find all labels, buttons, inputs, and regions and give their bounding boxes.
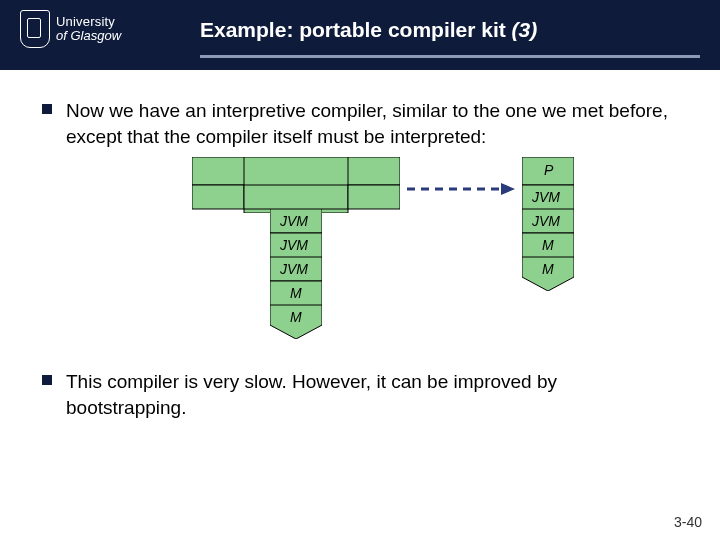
bullet-square-icon: [42, 375, 52, 385]
interp1-top-label: JVM: [280, 213, 308, 229]
result-interp-base-label: M: [542, 237, 554, 253]
logo-line1: University: [56, 15, 121, 29]
svg-rect-4: [348, 185, 400, 209]
header-bar: University of Glasgow Example: portable …: [0, 0, 720, 70]
bullet-2-text: This compiler is very slow. However, it …: [66, 369, 678, 420]
svg-rect-3: [348, 157, 400, 185]
shield-icon: [20, 10, 50, 48]
bullet-2: This compiler is very slow. However, it …: [42, 369, 678, 420]
bullet-1: Now we have an interpretive compiler, si…: [42, 98, 678, 149]
title-suffix: (3): [512, 18, 538, 41]
title-underline: [200, 55, 700, 58]
derives-arrow-icon: [407, 181, 517, 197]
result-top-label: P: [544, 162, 553, 178]
logo-line2: of Glasgow: [56, 29, 121, 43]
interp2-top-label: JVM: [280, 261, 308, 277]
result-body-label: JVM: [532, 189, 560, 205]
svg-rect-1: [192, 185, 244, 209]
result-interp-top-label: JVM: [532, 213, 560, 229]
bullet-1-text: Now we have an interpretive compiler, si…: [66, 98, 678, 149]
university-logo: University of Glasgow: [20, 10, 121, 48]
tombstone-diagram: P Java Java → JVM P JVM: [192, 157, 678, 357]
slide-number: 3-40: [674, 514, 702, 530]
title-main: Example: portable compiler kit: [200, 18, 512, 41]
svg-rect-2: [244, 185, 348, 209]
bullet-square-icon: [42, 104, 52, 114]
svg-rect-0: [192, 157, 244, 185]
slide-body: Now we have an interpretive compiler, si…: [0, 70, 720, 421]
interp2-base-label: M: [290, 285, 302, 301]
interp1-base-label: JVM: [280, 237, 308, 253]
slide-title: Example: portable compiler kit (3): [200, 18, 537, 42]
machine-left-label: M: [290, 309, 302, 325]
machine-right-label: M: [542, 261, 554, 277]
